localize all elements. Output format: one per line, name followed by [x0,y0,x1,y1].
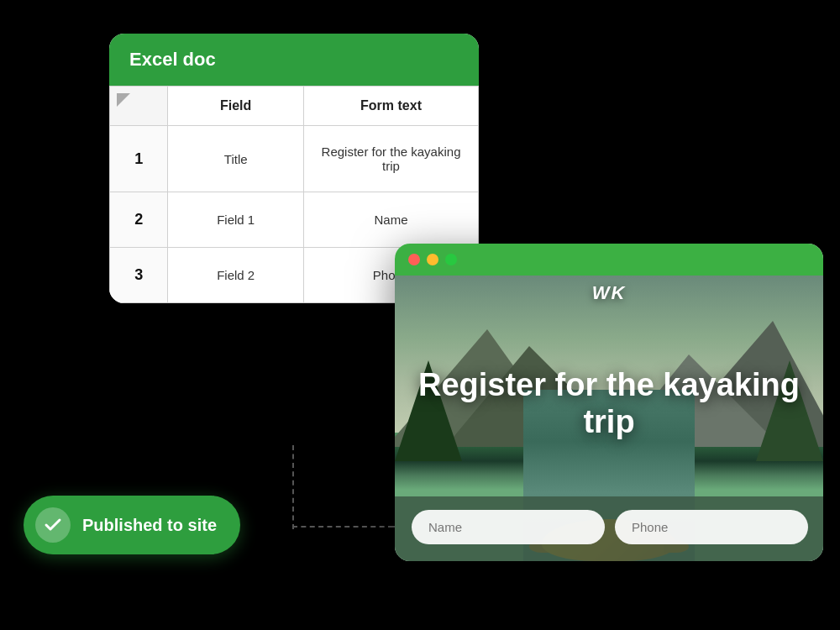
published-badge: Published to site [24,496,240,554]
form-inputs [395,496,823,561]
cell-form-text-2: Name [304,192,479,248]
kayaking-scene: WK Register for the kayaking trip [395,276,823,561]
row-num-3: 3 [110,248,168,303]
scene-title: Register for the kayaking trip [417,367,802,440]
check-icon [43,515,63,535]
excel-title: Excel doc [109,34,479,86]
corner-triangle-icon [117,93,130,107]
cell-field-3: Field 2 [168,248,304,303]
browser-dot-yellow [427,254,438,265]
browser-card: WK Register for the kayaking trip [395,244,823,561]
corner-cell [110,87,168,126]
row-num-2: 2 [110,192,168,248]
dashed-line-horizontal-left [292,526,393,528]
row-num-1: 1 [110,126,168,192]
table-row: 1 Title Register for the kayaking trip [110,126,479,192]
name-input[interactable] [412,510,605,544]
table-row: 2 Field 1 Name [110,192,479,248]
browser-toolbar [395,244,823,276]
cell-form-text-1: Register for the kayaking trip [304,126,479,192]
phone-input[interactable] [615,510,808,544]
wk-logo: WK [592,282,627,304]
cell-field-2: Field 1 [168,192,304,248]
check-icon-container [35,507,71,543]
dashed-line-vertical [292,445,294,529]
published-label: Published to site [82,516,217,535]
browser-dot-green [445,254,457,265]
column-form-text: Form text [304,87,479,126]
browser-dot-red [408,254,420,265]
cell-field-1: Title [168,126,304,192]
column-field: Field [168,87,304,126]
